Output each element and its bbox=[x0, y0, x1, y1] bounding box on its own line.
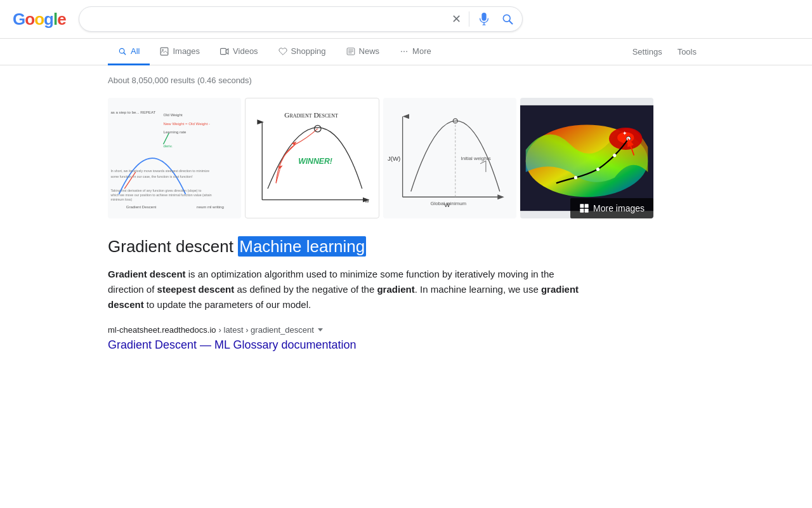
svg-rect-4 bbox=[221, 48, 226, 54]
tab-videos[interactable]: Videos bbox=[210, 39, 268, 65]
image-strip: as a step to be... REPEAT Old Weight New… bbox=[108, 98, 653, 218]
more-icon bbox=[400, 47, 409, 56]
clear-icon: ✕ bbox=[452, 12, 461, 26]
result-url-line: ml-cheatsheet.readthedocs.io › latest › … bbox=[108, 325, 590, 335]
voice-search-button[interactable] bbox=[475, 10, 494, 29]
result-domain: ml-cheatsheet.readthedocs.io bbox=[108, 325, 216, 335]
results-area: About 8,050,000 results (0.46 seconds) a… bbox=[0, 65, 761, 362]
tab-images-label: Images bbox=[173, 46, 200, 56]
tab-more[interactable]: More bbox=[390, 39, 442, 65]
logo-letter-g2: g bbox=[44, 10, 53, 29]
result-description: Gradient descent is an optimization algo… bbox=[108, 267, 590, 312]
news-icon bbox=[346, 47, 355, 56]
image-card-2[interactable]: Gradient Descent bbox=[245, 98, 379, 218]
svg-rect-56 bbox=[580, 204, 584, 208]
svg-point-8 bbox=[406, 51, 407, 52]
search-icon bbox=[501, 13, 514, 25]
more-images-button[interactable]: More images bbox=[570, 198, 653, 218]
divider bbox=[469, 11, 469, 27]
images-icon bbox=[160, 47, 169, 56]
tab-more-label: More bbox=[412, 46, 431, 56]
tab-shopping-label: Shopping bbox=[291, 46, 326, 56]
svg-point-6 bbox=[401, 51, 402, 52]
svg-text:as a step to be... REPEAT: as a step to be... REPEAT bbox=[110, 110, 155, 114]
result-breadcrumb: › latest › gradient_descent bbox=[219, 325, 314, 335]
svg-text:Taking first derivative of any: Taking first derivative of any function … bbox=[110, 189, 201, 192]
tab-all-label: All bbox=[131, 46, 140, 56]
svg-text:Old Weight: Old Weight bbox=[164, 112, 183, 117]
top-bar: Google ml gradient descent ✕ bbox=[0, 0, 812, 39]
svg-point-3 bbox=[162, 49, 164, 50]
svg-text:In short, we iteratively move : In short, we iteratively move towards st… bbox=[110, 169, 209, 173]
svg-text:✦: ✦ bbox=[622, 130, 627, 137]
svg-text:deriv.: deriv. bbox=[164, 144, 173, 148]
svg-text:minimum loss): minimum loss) bbox=[110, 197, 132, 201]
tools-button[interactable]: Tools bbox=[670, 39, 704, 64]
image-card-1[interactable]: as a step to be... REPEAT Old Weight New… bbox=[108, 98, 241, 218]
svg-point-53 bbox=[574, 176, 577, 179]
tab-news[interactable]: News bbox=[336, 39, 390, 65]
svg-text:some function. In our case, th: some function. In our case, the function… bbox=[110, 175, 192, 178]
logo-letter-e: e bbox=[57, 10, 65, 29]
svg-text:w: w bbox=[364, 197, 369, 204]
image-card-3[interactable]: J(W) W Initial weights Global minimum bbox=[383, 98, 516, 218]
image-grid-icon bbox=[579, 203, 589, 213]
svg-text:which we move our position to : which we move our position to achieve mi… bbox=[110, 193, 211, 197]
svg-text:Gradient Descent: Gradient Descent bbox=[284, 111, 338, 119]
logo-letter-o1: o bbox=[25, 10, 34, 29]
svg-text:WINNER!: WINNER! bbox=[298, 157, 332, 166]
all-search-icon bbox=[118, 47, 127, 56]
shopping-icon bbox=[278, 47, 287, 56]
svg-text:J(W): J(W) bbox=[388, 155, 400, 162]
search-submit-button[interactable] bbox=[499, 10, 516, 28]
result-link[interactable]: Gradient Descent — ML Glossary documenta… bbox=[108, 338, 357, 351]
results-count: About 8,050,000 results (0.46 seconds) bbox=[108, 76, 653, 85]
search-bar-wrapper: ml gradient descent ✕ bbox=[79, 6, 523, 32]
url-dropdown-arrow[interactable] bbox=[318, 328, 323, 331]
svg-text:Global minimum: Global minimum bbox=[430, 201, 466, 206]
svg-text:Learning rate: Learning rate bbox=[164, 130, 187, 134]
tab-all[interactable]: All bbox=[108, 39, 150, 65]
logo-letter-o2: o bbox=[34, 10, 44, 29]
tab-shopping[interactable]: Shopping bbox=[268, 39, 336, 65]
videos-icon bbox=[220, 47, 229, 56]
google-logo: Google bbox=[13, 10, 66, 29]
settings-button[interactable]: Settings bbox=[625, 39, 670, 64]
svg-text:Initial weights: Initial weights bbox=[461, 156, 491, 161]
logo-letter-g: G bbox=[13, 10, 25, 29]
result-title-highlight: Machine learning bbox=[238, 236, 366, 257]
tab-news-label: News bbox=[359, 46, 380, 56]
image-card-4[interactable]: ✦ More images bbox=[520, 98, 653, 218]
tab-videos-label: Videos bbox=[233, 46, 258, 56]
main-result: Gradient descent Machine learning Gradie… bbox=[108, 236, 590, 352]
svg-rect-35 bbox=[383, 105, 516, 211]
svg-rect-57 bbox=[585, 204, 589, 208]
svg-rect-58 bbox=[580, 209, 584, 213]
svg-text:New Weight = Old Weight -: New Weight = Old Weight - bbox=[164, 121, 211, 126]
svg-point-51 bbox=[613, 154, 616, 157]
svg-text:Gradient Descent: Gradient Descent bbox=[126, 204, 157, 209]
svg-text:neum ml writing: neum ml writing bbox=[197, 204, 224, 209]
svg-point-52 bbox=[596, 168, 599, 171]
result-title-plain: Gradient descent bbox=[108, 237, 238, 256]
clear-button[interactable]: ✕ bbox=[449, 10, 464, 29]
search-icons: ✕ bbox=[449, 10, 516, 29]
svg-rect-59 bbox=[585, 209, 589, 213]
result-title: Gradient descent Machine learning bbox=[108, 236, 590, 258]
microphone-icon bbox=[477, 12, 491, 26]
svg-point-7 bbox=[403, 51, 405, 52]
nav-tabs: All Images Videos Shopping bbox=[0, 39, 812, 65]
tab-images[interactable]: Images bbox=[150, 39, 210, 65]
more-images-label: More images bbox=[593, 203, 645, 213]
